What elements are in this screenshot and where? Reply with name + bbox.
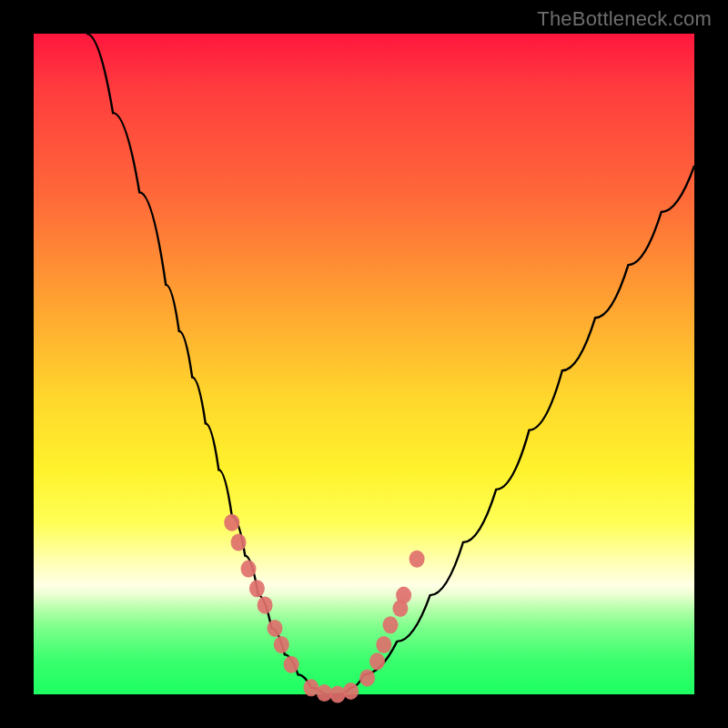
watermark-text: TheBottleneck.com (537, 7, 712, 31)
data-marker (241, 561, 257, 578)
curve-layer (34, 34, 694, 694)
chart-frame: TheBottleneck.com (0, 0, 728, 728)
data-marker (317, 684, 332, 702)
data-marker (359, 669, 375, 686)
data-marker (268, 620, 283, 637)
data-marker (376, 636, 391, 653)
data-marker (284, 656, 299, 673)
data-marker (274, 636, 289, 653)
data-marker (258, 597, 273, 614)
data-marker (303, 679, 318, 696)
data-marker (410, 551, 425, 568)
data-marker (383, 616, 399, 633)
data-marker (369, 652, 385, 670)
data-marker (330, 686, 346, 703)
marker-group (224, 514, 424, 703)
data-marker (231, 534, 247, 551)
plot-area (34, 34, 694, 694)
data-marker (224, 514, 239, 531)
data-marker (343, 682, 359, 700)
data-marker (249, 580, 265, 597)
data-marker (396, 587, 411, 604)
bottleneck-curve (86, 34, 694, 694)
